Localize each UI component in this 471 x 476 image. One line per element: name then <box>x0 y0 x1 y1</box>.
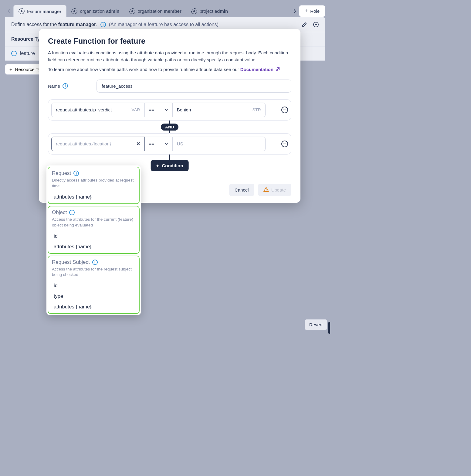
panel-header-text: Define access for the feature manager. <box>11 22 97 27</box>
edit-icon[interactable] <box>301 22 307 28</box>
condition-right-value: US <box>177 141 183 146</box>
clear-icon[interactable]: ✕ <box>136 141 140 147</box>
autocomplete-popup: Request i Directly access attributes pro… <box>46 165 141 315</box>
and-pill: AND <box>161 124 178 131</box>
chevron-right-icon <box>293 8 296 14</box>
condition-row: ✕ == US <box>51 137 288 151</box>
condition-right-field[interactable]: US <box>172 137 266 151</box>
condition-left-input[interactable] <box>56 141 133 146</box>
condition-block: request.attributes.ip_verdict VAR == Ben… <box>48 99 291 121</box>
update-label: Update <box>271 187 286 192</box>
chevron-left-icon <box>7 8 11 14</box>
role-icon <box>19 8 25 14</box>
condition-connector: AND <box>48 121 291 133</box>
tab-list: feature manager organization admin organ… <box>13 5 290 17</box>
side-handle[interactable] <box>328 322 330 334</box>
info-icon: i <box>11 51 17 56</box>
tab-project-admin[interactable]: project admin <box>186 5 233 17</box>
condition-left-field[interactable]: ✕ <box>51 137 145 151</box>
tab-label: feature manager <box>27 9 61 14</box>
add-role-label: Role <box>310 8 320 14</box>
remove-icon[interactable] <box>313 22 319 28</box>
chevron-down-icon <box>164 107 168 112</box>
plus-icon: + <box>305 8 308 14</box>
autocomplete-item[interactable]: attributes.{name} <box>52 192 135 202</box>
role-icon <box>191 8 197 14</box>
scroll-left-button[interactable] <box>5 7 13 15</box>
autocomplete-item[interactable]: id <box>52 231 135 241</box>
autocomplete-group-desc: Directly access attributes provided at r… <box>52 178 135 189</box>
info-icon[interactable]: i <box>100 22 106 27</box>
autocomplete-group-title: Request Subject i <box>52 259 135 265</box>
update-button[interactable]: Update <box>258 184 291 196</box>
role-icon <box>129 8 135 14</box>
autocomplete-item[interactable]: attributes.{name} <box>52 241 135 252</box>
condition-left-field[interactable]: request.attributes.ip_verdict VAR <box>51 103 145 117</box>
svg-point-3 <box>266 190 266 191</box>
revert-button[interactable]: Revert <box>305 319 327 330</box>
autocomplete-group-request-subject: Request Subject i Access the attributes … <box>48 256 140 314</box>
operator-value: == <box>149 107 154 112</box>
condition-right-value: Benign <box>177 107 191 112</box>
cancel-button[interactable]: Cancel <box>229 184 254 196</box>
tab-organization-admin[interactable]: organization admin <box>66 5 124 17</box>
autocomplete-group-request: Request i Directly access attributes pro… <box>48 167 140 204</box>
condition-operator-select[interactable]: == <box>145 137 172 151</box>
documentation-link[interactable]: Documentation <box>240 66 280 73</box>
name-row: Name i <box>48 80 291 93</box>
tab-label: organization admin <box>80 8 119 14</box>
tab-label: organization member <box>138 8 181 14</box>
row-label: feature <box>20 51 35 56</box>
autocomplete-item[interactable]: type <box>52 291 135 301</box>
scroll-right-button[interactable] <box>290 7 299 15</box>
add-condition-button[interactable]: + Condition <box>151 160 189 171</box>
condition-right-type: STR <box>252 107 261 112</box>
info-icon[interactable]: i <box>69 210 75 215</box>
info-icon[interactable]: i <box>73 171 79 176</box>
warning-icon <box>263 187 269 193</box>
operator-value: == <box>149 141 154 146</box>
modal-title: Create Function for feature <box>48 37 291 46</box>
tabs-row: feature manager organization admin organ… <box>5 5 325 17</box>
tab-feature-manager[interactable]: feature manager <box>13 5 66 17</box>
condition-row: request.attributes.ip_verdict VAR == Ben… <box>51 103 288 117</box>
external-link-icon <box>275 67 280 72</box>
autocomplete-group-object: Object i Access the attributes for the c… <box>48 206 140 254</box>
panel-header-note: (An manager of a feature has access to a… <box>109 22 219 27</box>
conditions-stack: request.attributes.ip_verdict VAR == Ben… <box>48 99 291 167</box>
modal-description-2: To learn more about how variable paths w… <box>48 66 291 73</box>
autocomplete-group-desc: Access the attributes for the current (f… <box>52 217 135 228</box>
plus-icon: + <box>9 67 12 72</box>
condition-block: ✕ == US <box>48 133 291 155</box>
name-label: Name i <box>48 83 90 89</box>
condition-left-type: VAR <box>131 107 140 112</box>
chevron-down-icon <box>164 141 168 146</box>
condition-left-value: request.attributes.ip_verdict <box>56 107 112 112</box>
function-name-input[interactable] <box>97 80 291 93</box>
remove-condition-button[interactable] <box>281 107 288 113</box>
role-icon <box>71 8 77 14</box>
remove-condition-button[interactable] <box>281 141 288 147</box>
autocomplete-group-title: Request i <box>52 170 135 176</box>
condition-right-field[interactable]: Benign STR <box>172 103 266 117</box>
info-icon[interactable]: i <box>63 83 68 89</box>
add-condition-label: Condition <box>162 163 183 168</box>
autocomplete-group-title: Object i <box>52 209 135 216</box>
condition-operator-select[interactable]: == <box>145 103 172 117</box>
info-icon[interactable]: i <box>92 260 98 265</box>
autocomplete-item[interactable]: attributes.{name} <box>52 301 135 312</box>
autocomplete-item[interactable]: id <box>52 280 135 291</box>
autocomplete-group-desc: Access the attributes for the request su… <box>52 267 135 278</box>
plus-icon: + <box>156 163 159 168</box>
tab-organization-member[interactable]: organization member <box>124 5 186 17</box>
tab-label: project admin <box>200 8 228 14</box>
modal-description: A function evaluates its conditions usin… <box>48 49 291 63</box>
add-role-button[interactable]: + Role <box>299 5 325 17</box>
